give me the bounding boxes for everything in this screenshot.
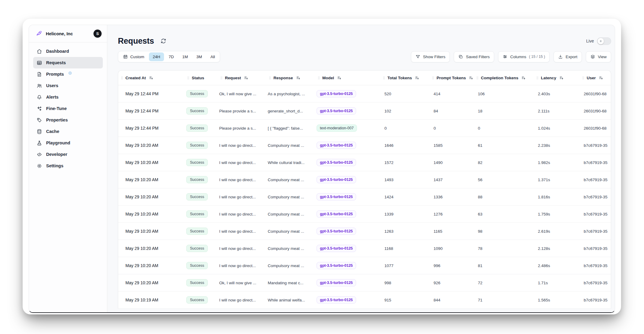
sort-icon bbox=[337, 76, 342, 80]
cell-request: Please provide a s... bbox=[218, 126, 266, 131]
cell-completion-tokens: 56 bbox=[474, 178, 534, 182]
column-header-user[interactable]: User bbox=[579, 76, 611, 80]
cell-created-at: May 29 10:20 AM bbox=[118, 229, 185, 234]
status-badge: Success bbox=[186, 193, 208, 200]
toolbar-actions: Show Filters Saved Filters bbox=[411, 51, 611, 62]
request-row[interactable]: May 29 12:44 PMSuccessPlease provide a s… bbox=[118, 120, 611, 137]
time-range-group: Custom24H7D1M3MAll bbox=[118, 51, 220, 62]
request-row[interactable]: May 29 10:20 AMSuccessI will now go dire… bbox=[118, 154, 611, 171]
time-range-label: Custom bbox=[130, 55, 144, 59]
request-row[interactable]: May 29 10:20 AMSuccessI will now go dire… bbox=[118, 188, 611, 206]
time-range-3m[interactable]: 3M bbox=[192, 52, 206, 61]
cell-completion-tokens: 82 bbox=[474, 160, 534, 165]
sort-icon bbox=[559, 76, 564, 80]
column-header-prompt-tokens[interactable]: Prompt Tokens bbox=[429, 76, 474, 80]
sidebar-item-fine-tune[interactable]: Fine-Tune bbox=[33, 103, 103, 114]
cell-created-at: May 29 10:20 AM bbox=[118, 160, 185, 165]
drag-handle-icon bbox=[219, 76, 223, 80]
columns-count: ( 15 / 15 ) bbox=[529, 55, 545, 59]
sidebar-item-alerts[interactable]: Alerts bbox=[33, 91, 103, 103]
time-range-label: 1M bbox=[182, 55, 188, 59]
drag-handle-icon bbox=[120, 76, 124, 80]
model-badge: gpt-3.5-turbo-0125 bbox=[317, 228, 356, 235]
refresh-button[interactable] bbox=[159, 36, 168, 46]
sidebar-item-label: Cache bbox=[46, 129, 59, 134]
cell-model: gpt-3.5-turbo-0125 bbox=[315, 193, 380, 200]
sidebar-item-requests[interactable]: Requests bbox=[33, 57, 103, 68]
request-row[interactable]: May 29 10:20 AMSuccessI will now go dire… bbox=[118, 137, 611, 154]
cell-completion-tokens: 88 bbox=[474, 195, 534, 199]
asterisk-icon bbox=[599, 39, 602, 43]
drag-handle-icon bbox=[317, 76, 321, 80]
cell-model: gpt-3.5-turbo-0125 bbox=[315, 159, 380, 166]
request-row[interactable]: May 29 10:19 AMSuccessI will now go dire… bbox=[118, 291, 611, 309]
cell-model: gpt-3.5-turbo-0125 bbox=[315, 245, 380, 252]
org-switcher[interactable]: Helicone, Inc S bbox=[29, 25, 107, 43]
sidebar: Helicone, Inc S DashboardRequestsPrompts… bbox=[29, 25, 107, 312]
sidebar-item-users[interactable]: Users bbox=[33, 80, 103, 91]
cell-model: text-moderation-007 bbox=[315, 124, 380, 132]
sparkles-icon bbox=[36, 106, 42, 112]
column-header-request[interactable]: Request bbox=[218, 76, 266, 80]
sidebar-item-label: Fine-Tune bbox=[46, 106, 67, 111]
sidebar-item-properties[interactable]: Properties bbox=[33, 114, 103, 126]
time-range-1m[interactable]: 1M bbox=[178, 52, 192, 61]
sidebar-item-developer[interactable]: Developer bbox=[33, 149, 103, 160]
sidebar-item-settings[interactable]: Settings bbox=[33, 160, 103, 172]
time-range-custom[interactable]: Custom bbox=[119, 52, 148, 61]
export-button[interactable]: Export bbox=[554, 51, 582, 62]
column-header-total-tokens[interactable]: Total Tokens bbox=[380, 76, 429, 80]
sidebar-item-cache[interactable]: Cache bbox=[33, 126, 103, 137]
column-header-status[interactable]: Status bbox=[185, 76, 218, 80]
cell-latency: 2.619s bbox=[534, 229, 579, 234]
column-header-completion-tokens[interactable]: Completion Tokens bbox=[474, 76, 534, 80]
request-row[interactable]: May 29 12:44 PMSuccessPlease provide a s… bbox=[118, 102, 611, 120]
sidebar-item-dashboard[interactable]: Dashboard bbox=[33, 46, 103, 57]
cell-status: Success bbox=[185, 296, 218, 304]
page-title: Requests bbox=[118, 36, 154, 46]
cell-completion-tokens: 81 bbox=[474, 263, 534, 268]
sidebar-item-playground[interactable]: Playground bbox=[33, 137, 103, 149]
cell-request: I will now go direct... bbox=[218, 298, 266, 302]
status-badge: Success bbox=[186, 210, 208, 218]
column-header-latency[interactable]: Latency bbox=[534, 76, 579, 80]
avatar[interactable]: S bbox=[93, 30, 102, 38]
request-row[interactable]: May 29 10:20 AMSuccessI will now go dire… bbox=[118, 257, 611, 274]
model-badge: gpt-3.5-turbo-0125 bbox=[317, 193, 356, 200]
request-row[interactable]: May 29 10:20 AMSuccessI will now go dire… bbox=[118, 206, 611, 223]
request-row[interactable]: May 29 10:20 AMSuccessI will now go dire… bbox=[118, 223, 611, 240]
cell-completion-tokens: 61 bbox=[474, 143, 534, 148]
show-filters-button[interactable]: Show Filters bbox=[411, 51, 450, 62]
column-header-created-at[interactable]: Created At bbox=[118, 76, 185, 80]
cell-response: [ { "flagged": false... bbox=[266, 126, 315, 131]
request-row[interactable]: May 29 10:20 AMSuccessI will now go dire… bbox=[118, 171, 611, 188]
cell-model: gpt-3.5-turbo-0125 bbox=[315, 296, 380, 304]
column-header-response[interactable]: Response bbox=[266, 76, 315, 80]
request-row[interactable]: May 29 10:20 AMSuccessI will now go dire… bbox=[118, 240, 611, 257]
columns-button[interactable]: Columns ( 15 / 15 ) bbox=[498, 51, 550, 62]
time-range-24h[interactable]: 24H bbox=[149, 52, 164, 61]
sort-icon bbox=[296, 76, 301, 80]
cell-created-at: May 29 12:44 PM bbox=[118, 91, 185, 96]
live-toggle[interactable] bbox=[597, 37, 611, 45]
cell-prompt-tokens: 84 bbox=[429, 109, 474, 113]
sidebar-item-prompts[interactable]: Prompts bbox=[33, 68, 103, 80]
time-range-all[interactable]: All bbox=[207, 52, 219, 61]
saved-filters-button[interactable]: Saved Filters bbox=[454, 51, 494, 62]
time-range-label: 3M bbox=[196, 55, 202, 59]
document-icon bbox=[36, 71, 42, 77]
time-range-7d[interactable]: 7D bbox=[165, 52, 178, 61]
status-badge: Success bbox=[186, 176, 208, 183]
request-row[interactable]: May 29 10:20 AMSuccessOk, I will now giv… bbox=[118, 274, 611, 291]
table-icon bbox=[36, 60, 42, 66]
show-filters-label: Show Filters bbox=[423, 55, 445, 59]
drag-handle-icon bbox=[431, 76, 435, 80]
drag-handle-icon bbox=[382, 76, 386, 80]
cell-prompt-tokens: 1437 bbox=[429, 178, 474, 182]
column-header-model[interactable]: Model bbox=[315, 76, 380, 80]
view-button[interactable]: View bbox=[586, 51, 611, 62]
sort-icon bbox=[521, 76, 526, 80]
request-row[interactable]: May 29 12:44 PMSuccessOk, I will now giv… bbox=[118, 85, 611, 102]
cell-user: b7c67919-35 bbox=[579, 212, 611, 216]
cell-latency: 2.238s bbox=[534, 143, 579, 148]
